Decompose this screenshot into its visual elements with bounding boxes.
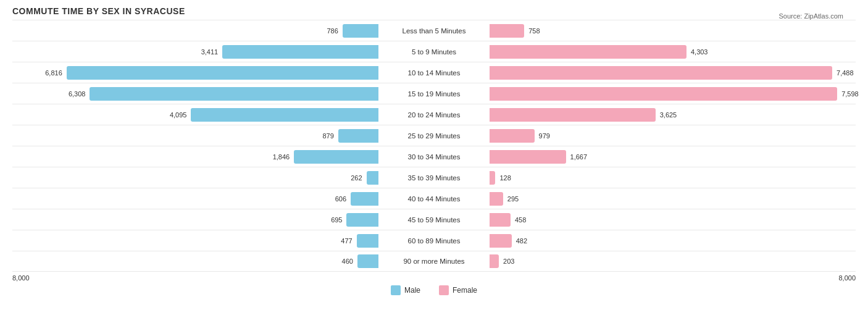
row-label: 60 to 89 Minutes (378, 237, 490, 245)
table-row: 1,84630 to 34 Minutes1,667 (12, 146, 856, 167)
left-bar-section: 6,816 (12, 62, 378, 83)
male-bar: 460 (357, 254, 378, 268)
right-bar-section: 203 (490, 251, 856, 271)
male-value: 786 (327, 27, 340, 35)
table-row: 26235 to 39 Minutes128 (12, 167, 856, 188)
row-label: 5 to 9 Minutes (378, 48, 490, 56)
table-row: 46090 or more Minutes203 (12, 251, 856, 272)
male-bar: 786 (343, 24, 378, 38)
row-label: Less than 5 Minutes (378, 27, 490, 35)
female-value: 1,667 (569, 153, 588, 161)
legend: Male Female (12, 285, 856, 295)
chart-area: 786Less than 5 Minutes7583,4115 to 9 Min… (12, 20, 856, 272)
female-bar: 203 (490, 254, 499, 268)
right-bar-section: 7,488 (490, 62, 856, 83)
male-bar: 262 (367, 171, 378, 185)
male-bar: 3,411 (222, 45, 378, 59)
female-bar: 458 (490, 213, 511, 227)
row-label: 35 to 39 Minutes (378, 174, 490, 182)
table-row: 6,81610 to 14 Minutes7,488 (12, 62, 856, 83)
female-bar: 7,598 (490, 87, 837, 101)
chart-title: COMMUTE TIME BY SEX IN SYRACUSE (12, 6, 856, 16)
left-bar-section: 477 (12, 230, 378, 251)
female-bar: 4,303 (490, 45, 686, 59)
row-label: 25 to 29 Minutes (378, 132, 490, 140)
female-value: 3,625 (658, 111, 677, 119)
left-bar-section: 460 (12, 251, 378, 271)
legend-female-box (439, 285, 449, 295)
female-value: 295 (506, 195, 519, 203)
legend-female-label: Female (453, 286, 477, 295)
female-bar: 979 (490, 129, 535, 143)
male-value: 3,411 (201, 48, 220, 56)
male-value: 606 (335, 195, 348, 203)
left-bar-section: 606 (12, 188, 378, 209)
left-bar-section: 786 (12, 20, 378, 41)
table-row: 87925 to 29 Minutes979 (12, 125, 856, 146)
female-value: 128 (498, 174, 511, 182)
axis-labels: 8,000 8,000 (12, 274, 856, 282)
row-label: 15 to 19 Minutes (378, 90, 490, 98)
female-value: 7,488 (835, 69, 854, 77)
axis-left: 8,000 (12, 274, 30, 282)
table-row: 786Less than 5 Minutes758 (12, 20, 856, 41)
female-value: 203 (501, 258, 514, 265)
male-value: 6,816 (45, 69, 64, 77)
male-value: 1,846 (273, 153, 292, 161)
right-bar-section: 979 (490, 125, 856, 146)
left-bar-section: 3,411 (12, 41, 378, 62)
row-label: 90 or more Minutes (378, 258, 490, 265)
left-bar-section: 4,095 (12, 104, 378, 125)
row-label: 40 to 44 Minutes (378, 195, 490, 203)
male-value: 477 (341, 237, 354, 245)
row-label: 30 to 34 Minutes (378, 153, 490, 161)
female-value: 458 (513, 216, 526, 224)
right-bar-section: 458 (490, 209, 856, 230)
right-bar-section: 758 (490, 20, 856, 41)
female-bar: 1,667 (490, 150, 566, 164)
legend-female: Female (439, 285, 477, 295)
chart-container: 786Less than 5 Minutes7583,4115 to 9 Min… (12, 20, 856, 295)
male-value: 879 (323, 132, 336, 140)
table-row: 47760 to 89 Minutes482 (12, 230, 856, 251)
female-value: 7,598 (840, 90, 859, 98)
male-bar: 6,308 (90, 87, 378, 101)
male-bar: 879 (338, 129, 378, 143)
legend-male-label: Male (404, 286, 420, 295)
male-value: 4,095 (170, 111, 189, 119)
right-bar-section: 1,667 (490, 146, 856, 167)
left-bar-section: 879 (12, 125, 378, 146)
female-bar: 3,625 (490, 108, 656, 122)
legend-male-box (391, 285, 401, 295)
right-bar-section: 295 (490, 188, 856, 209)
male-bar: 606 (351, 192, 378, 206)
female-bar: 482 (490, 234, 512, 248)
left-bar-section: 1,846 (12, 146, 378, 167)
male-bar: 695 (346, 213, 378, 227)
right-bar-section: 3,625 (490, 104, 856, 125)
female-bar: 758 (490, 24, 524, 38)
table-row: 6,30815 to 19 Minutes7,598 (12, 83, 856, 104)
male-value: 262 (351, 174, 364, 182)
male-bar: 6,816 (67, 66, 378, 80)
male-value: 460 (342, 258, 355, 265)
row-label: 20 to 24 Minutes (378, 111, 490, 119)
row-label: 45 to 59 Minutes (378, 216, 490, 224)
male-bar: 477 (357, 234, 378, 248)
female-bar: 295 (490, 192, 503, 206)
row-label: 10 to 14 Minutes (378, 69, 490, 77)
left-bar-section: 262 (12, 167, 378, 188)
left-bar-section: 6,308 (12, 83, 378, 104)
female-bar: 7,488 (490, 66, 832, 80)
female-value: 4,303 (689, 48, 708, 56)
source-label: Source: ZipAtlas.com (778, 12, 843, 20)
female-bar: 128 (490, 171, 495, 185)
male-bar: 1,846 (294, 150, 378, 164)
legend-male: Male (391, 285, 420, 295)
table-row: 3,4115 to 9 Minutes4,303 (12, 41, 856, 62)
male-bar: 4,095 (191, 108, 378, 122)
right-bar-section: 4,303 (490, 41, 856, 62)
right-bar-section: 128 (490, 167, 856, 188)
right-bar-section: 482 (490, 230, 856, 251)
male-value: 6,308 (69, 90, 88, 98)
